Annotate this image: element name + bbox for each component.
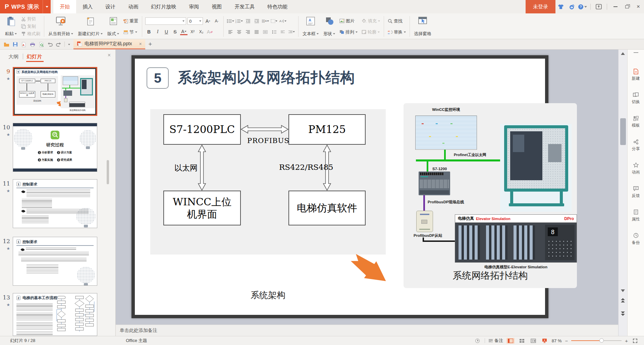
fill-button[interactable]: 填充 bbox=[360, 17, 382, 25]
scroll-up-icon[interactable] bbox=[621, 52, 625, 55]
para-after-button[interactable] bbox=[288, 28, 295, 36]
columns-button[interactable] bbox=[270, 17, 278, 25]
picture-button[interactable]: 图片 bbox=[337, 17, 360, 25]
textbox-button[interactable]: A 文本框 bbox=[300, 15, 321, 38]
notes-bar[interactable]: 单击此处添加备注 bbox=[116, 325, 618, 336]
line-spacing-button[interactable] bbox=[270, 28, 278, 36]
theme-name[interactable]: Office 主题 bbox=[126, 338, 147, 344]
slide-11-thumbnail[interactable]: 1 控制要求 bbox=[13, 179, 97, 228]
label-rs422[interactable]: RS422/RS485 bbox=[279, 163, 333, 171]
slide-9[interactable]: 5 系统架构以及网络拓扑结构 S7-1200PLC PM125 WINCC上位机… bbox=[131, 55, 548, 318]
strikethrough-button[interactable]: S bbox=[171, 28, 179, 36]
sidebar-item-animation[interactable]: 动画 bbox=[628, 162, 644, 175]
arch-box-pm[interactable]: PM125 bbox=[288, 114, 366, 145]
topology-caption[interactable]: 系统网络拓扑结构 bbox=[404, 269, 577, 282]
section-button[interactable]: 节 bbox=[121, 28, 140, 36]
open-button[interactable] bbox=[2, 39, 11, 50]
slide-title[interactable]: 系统架构以及网络拓扑结构 bbox=[178, 68, 355, 87]
slide-13-thumbnail[interactable]: 2 电梯的基本工作流程 bbox=[13, 293, 97, 336]
distribute-button[interactable] bbox=[262, 28, 269, 36]
tab-special[interactable]: 特色功能 bbox=[261, 0, 294, 13]
font-size-select[interactable]: 0 bbox=[187, 17, 203, 25]
selection-pane-button[interactable]: 选择窗格 bbox=[412, 15, 434, 38]
sidebar-item-properties[interactable]: 属性 bbox=[628, 209, 644, 222]
reset-button[interactable]: 重置 bbox=[121, 17, 140, 25]
text-direction-button[interactable]: A bbox=[262, 17, 269, 25]
print-preview-button[interactable] bbox=[37, 39, 46, 50]
play-from-current-button[interactable]: 从当前开始 bbox=[46, 15, 75, 38]
reading-view-button[interactable] bbox=[529, 338, 537, 344]
italic-button[interactable]: I bbox=[154, 28, 161, 36]
tab-review[interactable]: 审阅 bbox=[182, 0, 205, 13]
char-spacing-button[interactable]: A bbox=[279, 17, 286, 25]
tab-design[interactable]: 设计 bbox=[99, 0, 122, 13]
sidebar-item-share[interactable]: 分享 bbox=[628, 139, 644, 152]
sidebar-item-backup[interactable]: 备份 bbox=[628, 232, 644, 246]
help-button[interactable]: ? bbox=[578, 2, 587, 11]
arch-caption[interactable]: 系统架构 bbox=[150, 289, 386, 301]
sidebar-item-feedback[interactable]: 反馈 bbox=[628, 186, 644, 199]
paste-button[interactable]: 粘贴 bbox=[3, 15, 19, 38]
layout-button[interactable]: 版式 bbox=[105, 15, 121, 38]
next-slide-button[interactable] bbox=[621, 312, 625, 316]
panel-close-icon[interactable]: × bbox=[108, 52, 111, 58]
label-profibus[interactable]: PROFIBUS bbox=[247, 137, 289, 145]
underline-button[interactable]: U bbox=[163, 28, 170, 36]
zoom-in-button[interactable]: + bbox=[625, 338, 628, 344]
quickbar-dropdown[interactable] bbox=[66, 39, 72, 50]
new-slide-button[interactable]: 新建幻灯片 bbox=[75, 15, 105, 38]
find-button[interactable]: 查找 bbox=[386, 17, 408, 25]
align-right-button[interactable] bbox=[244, 28, 252, 36]
tab-devtools[interactable]: 开发工具 bbox=[228, 0, 261, 13]
weibo-button[interactable] bbox=[567, 2, 576, 11]
copy-button[interactable]: 复制 bbox=[19, 23, 42, 30]
print-button[interactable] bbox=[28, 39, 37, 50]
restore-button[interactable] bbox=[621, 0, 633, 13]
sidebar-item-transition[interactable]: 切换 bbox=[628, 92, 644, 105]
align-left-button[interactable] bbox=[227, 28, 234, 36]
slide-9-thumbnail[interactable]: 5 系统架构以及网络拓扑结构 S7-1200PLC PM125 WINCC上位机… bbox=[13, 67, 97, 116]
login-button[interactable]: 未登录 bbox=[526, 0, 555, 13]
tab-slideshow[interactable]: 幻灯片放映 bbox=[145, 0, 182, 13]
slide-10-thumbnail[interactable]: 研究过程 1分析要求 2设计方案 3方案实施 4研究成果 bbox=[13, 123, 97, 172]
topology-panel[interactable]: WinCC监控环境 Profinet工业以太网 bbox=[404, 103, 577, 288]
tab-slides[interactable]: 幻灯片 bbox=[27, 54, 42, 60]
slideshow-button[interactable] bbox=[541, 338, 548, 344]
save-button[interactable] bbox=[11, 39, 19, 50]
zoom-percent[interactable]: 87 % bbox=[552, 338, 562, 343]
fit-slide-button[interactable] bbox=[631, 337, 639, 344]
increase-indent-button[interactable] bbox=[253, 17, 260, 25]
slide-sorter-button[interactable] bbox=[518, 338, 526, 344]
slide-12-thumbnail[interactable]: 1 控制要求 bbox=[13, 237, 97, 286]
slide-number-badge[interactable]: 5 bbox=[147, 67, 169, 89]
zoom-slider[interactable] bbox=[571, 340, 622, 341]
previous-slide-button[interactable] bbox=[621, 298, 625, 303]
tab-view[interactable]: 视图 bbox=[205, 0, 228, 13]
minimize-button[interactable] bbox=[610, 0, 621, 13]
subscript-button[interactable]: X₂ bbox=[198, 28, 205, 36]
grow-font-button[interactable]: A+ bbox=[204, 17, 212, 25]
orange-pointer-arrow[interactable] bbox=[347, 249, 392, 290]
tab-outline[interactable]: 大纲 bbox=[8, 54, 18, 60]
bold-button[interactable]: B bbox=[145, 28, 153, 36]
panel-scrollbar-thumb[interactable] bbox=[107, 160, 109, 184]
outline-button[interactable]: 轮廓 bbox=[360, 28, 382, 36]
shape-button[interactable]: 形状 bbox=[321, 15, 337, 38]
numbered-list-button[interactable]: 123 bbox=[235, 17, 243, 25]
arch-box-wincc[interactable]: WINCC上位机界面 bbox=[163, 191, 241, 225]
arch-box-sim[interactable]: 电梯仿真软件 bbox=[288, 191, 366, 225]
arrange-button[interactable]: 排列 bbox=[337, 28, 360, 36]
normal-view-button[interactable] bbox=[506, 338, 515, 344]
logo-dropdown-button[interactable] bbox=[43, 0, 51, 13]
arch-box-plc[interactable]: S7-1200PLC bbox=[163, 114, 241, 145]
skin-button[interactable] bbox=[556, 2, 566, 11]
cut-button[interactable]: 剪切 bbox=[19, 15, 42, 23]
sidebar-item-new[interactable]: 新建 bbox=[628, 68, 644, 81]
scrollbar-thumb[interactable] bbox=[620, 118, 626, 145]
tab-home[interactable]: 开始 bbox=[53, 0, 76, 13]
sidebar-item-template[interactable]: 模板 bbox=[628, 115, 644, 128]
tab-insert[interactable]: 插入 bbox=[76, 0, 99, 13]
replace-button[interactable]: abac 替换 bbox=[386, 28, 408, 36]
clear-format-button[interactable]: A bbox=[206, 28, 214, 36]
undo-button[interactable] bbox=[46, 39, 54, 50]
